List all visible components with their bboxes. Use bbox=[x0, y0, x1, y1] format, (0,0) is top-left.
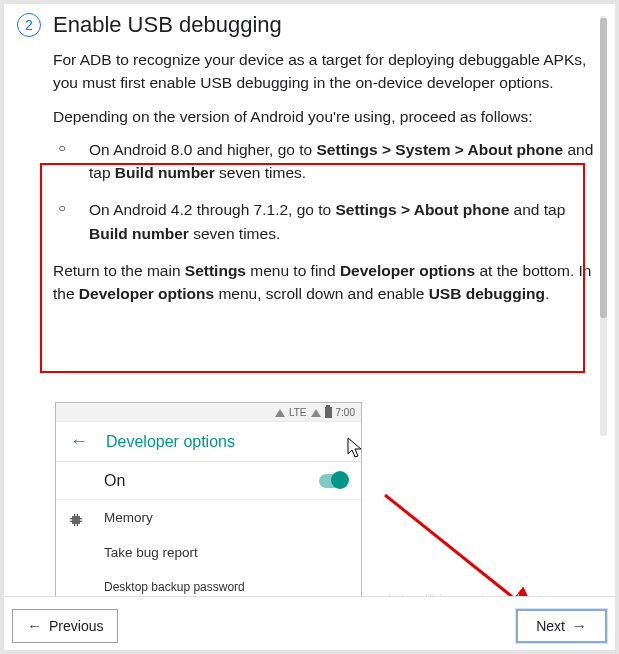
svg-rect-1 bbox=[70, 518, 72, 519]
svg-rect-0 bbox=[72, 516, 80, 524]
bug-report-row[interactable]: Take bug report bbox=[56, 535, 361, 570]
wifi-icon bbox=[311, 409, 321, 417]
previous-button[interactable]: ← Previous bbox=[12, 609, 118, 643]
signal-icon bbox=[275, 409, 285, 417]
status-bar: LTE 7:00 bbox=[56, 403, 361, 422]
clock: 7:00 bbox=[336, 407, 355, 418]
screen-title: Developer options bbox=[106, 433, 235, 451]
app-bar: ← Developer options bbox=[56, 422, 361, 462]
bullet-marker: ○ bbox=[53, 141, 71, 185]
arrow-left-icon: ← bbox=[27, 617, 42, 634]
step-number-badge: 2 bbox=[17, 13, 41, 37]
svg-rect-6 bbox=[77, 514, 78, 516]
arrow-right-icon: → bbox=[572, 617, 587, 634]
bullet-list: ○ On Android 8.0 and higher, go to Setti… bbox=[53, 138, 594, 245]
svg-rect-4 bbox=[80, 521, 82, 522]
battery-icon bbox=[325, 407, 332, 418]
bullet-marker: ○ bbox=[53, 201, 71, 245]
vertical-scrollbar[interactable] bbox=[600, 16, 607, 436]
list-item: ○ On Android 8.0 and higher, go to Setti… bbox=[53, 138, 594, 185]
svg-rect-2 bbox=[70, 521, 72, 522]
toggle-switch-icon[interactable] bbox=[319, 474, 347, 488]
android-phone-screenshot: LTE 7:00 ← Developer options On Memory T… bbox=[55, 402, 362, 622]
wizard-footer: ← Previous Next → bbox=[0, 596, 619, 654]
svg-rect-8 bbox=[77, 524, 78, 526]
chip-icon bbox=[68, 512, 84, 528]
svg-rect-3 bbox=[80, 518, 82, 519]
on-label: On bbox=[104, 472, 125, 490]
intro-paragraph-2: Depending on the version of Android you'… bbox=[53, 105, 594, 128]
svg-rect-5 bbox=[74, 514, 75, 516]
list-item: ○ On Android 4.2 through 7.1.2, go to Se… bbox=[53, 198, 594, 245]
master-toggle-row[interactable]: On bbox=[56, 462, 361, 500]
memory-row[interactable]: Memory bbox=[56, 500, 361, 535]
svg-rect-7 bbox=[74, 524, 75, 526]
next-button[interactable]: Next → bbox=[516, 609, 607, 643]
lte-label: LTE bbox=[289, 407, 307, 418]
return-paragraph: Return to the main Settings menu to find… bbox=[53, 259, 594, 306]
step-heading: Enable USB debugging bbox=[53, 12, 282, 38]
intro-paragraph-1: For ADB to recognize your device as a ta… bbox=[53, 48, 594, 95]
back-arrow-icon[interactable]: ← bbox=[70, 431, 88, 452]
